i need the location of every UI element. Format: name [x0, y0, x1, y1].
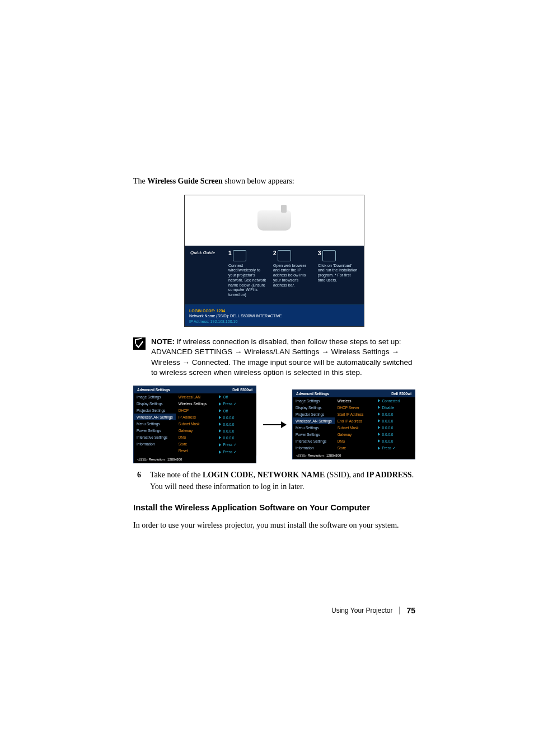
- menu-col-1: Image SettingsDisplay SettingsProjector …: [134, 393, 176, 456]
- menu-value: 0.0.0.0: [375, 411, 415, 417]
- menu-item: Power Settings: [293, 431, 335, 438]
- chevron-right-icon: [378, 419, 380, 422]
- laptop-wifi-icon: [233, 250, 246, 261]
- menu-item: Information: [293, 444, 335, 451]
- intro-line: The Wireless Guide Screen shown below ap…: [133, 176, 415, 187]
- note-text: NOTE: If wireless connection is disabled…: [151, 337, 415, 378]
- download-icon: [322, 250, 336, 261]
- menu-item: Information: [134, 440, 176, 447]
- menu-value: Press ✓: [216, 441, 256, 448]
- menu-title-right: Dell S500wi: [391, 392, 411, 396]
- menu-item: Wireless: [335, 397, 375, 404]
- menu-col-2: Wireless/LANWireless SettingsDHCPIP Addr…: [176, 393, 216, 456]
- step-text: Take note of the LOGIN CODE, NETWORK NAM…: [150, 469, 415, 492]
- menu-item: Menu Settings: [293, 424, 335, 431]
- menu-value: Off: [216, 393, 256, 400]
- menu-item: Wireless Settings: [176, 400, 216, 407]
- menu-item: Wireless/LAN Settings: [134, 414, 176, 420]
- note-icon: [133, 337, 146, 350]
- chevron-right-icon: [219, 395, 221, 398]
- menu-item: Store: [176, 440, 216, 447]
- intro-bold: Wireless Guide Screen: [147, 177, 223, 185]
- chevron-right-icon: [378, 399, 380, 402]
- ssid-line: Network Name (SSID): DELL S500WI INTERAC…: [189, 313, 359, 318]
- guide-login-footer: LOGIN CODE: 1234 Network Name (SSID): DE…: [185, 304, 364, 326]
- menu-item: DHCP Server: [335, 404, 375, 411]
- chevron-right-icon: [219, 436, 221, 439]
- page-footer: Using Your Projector 75: [331, 606, 415, 615]
- quick-guide-step-1: 1 Connect wired/wirelessly to your proje…: [228, 250, 269, 298]
- projector-icon: [257, 210, 291, 231]
- transition-arrow: [260, 420, 288, 430]
- menu-item: IP Address: [176, 414, 216, 420]
- menu-item: DNS: [335, 438, 375, 444]
- intro-after: shown below appears:: [223, 177, 294, 185]
- menu-col-3: OffPress ✓Off0.0.0.00.0.0.00.0.0.00.0.0.…: [216, 393, 256, 456]
- menu-item: Store: [335, 444, 375, 451]
- advanced-settings-menu-right: Advanced Settings Dell S500wi Image Sett…: [292, 389, 415, 459]
- menu-title-left: Advanced Settings: [296, 392, 329, 396]
- menu-item: Gateway: [176, 427, 216, 434]
- menu-value: Connected: [375, 397, 415, 404]
- menu-item: Display Settings: [293, 404, 335, 411]
- menu-value: Press ✓: [216, 400, 256, 407]
- note-block: NOTE: If wireless connection is disabled…: [133, 337, 415, 378]
- menu-item: Reset: [176, 447, 216, 454]
- chevron-right-icon: [378, 433, 380, 436]
- advanced-settings-menu-left: Advanced Settings Dell S500wi Image Sett…: [133, 386, 256, 463]
- login-code-label: LOGIN CODE:: [189, 309, 217, 313]
- menu-value: 0.0.0.0: [375, 424, 415, 431]
- section-paragraph: In order to use your wireless projector,…: [133, 520, 415, 531]
- browser-icon: [278, 250, 291, 261]
- footer-section: Using Your Projector: [331, 607, 392, 614]
- chevron-right-icon: [219, 443, 221, 447]
- menu-value: Off: [216, 407, 256, 414]
- menu-item: Subnet Mask: [176, 420, 216, 427]
- chevron-right-icon: [378, 447, 380, 450]
- menu-item: Interactive Settings: [134, 434, 176, 440]
- menu-item: Interactive Settings: [293, 438, 335, 444]
- ip-line: IP Address: 192.168.100.10: [189, 319, 359, 324]
- menu-item: Image Settings: [293, 397, 335, 404]
- quick-guide-step-3: 3 Click on 'Download' and run the instal…: [318, 250, 358, 298]
- menu-value: 0.0.0.0: [216, 421, 256, 428]
- projector-illustration: [185, 195, 364, 246]
- chevron-right-icon: [378, 426, 380, 429]
- menu-item: DHCP: [176, 407, 216, 414]
- step-6: 6 Take note of the LOGIN CODE, NETWORK N…: [133, 469, 415, 492]
- footer-separator: [399, 607, 400, 614]
- quick-guide-row: Quick Guide 1 Connect wired/wirelessly t…: [185, 246, 364, 304]
- step-text: Connect wired/wirelessly to your project…: [228, 264, 269, 298]
- svg-marker-1: [281, 421, 287, 428]
- menu-body: Image SettingsDisplay SettingsProjector …: [134, 393, 256, 456]
- chevron-right-icon: [219, 429, 221, 433]
- menu-item: End IP Address: [335, 417, 375, 424]
- menu-header: Advanced Settings Dell S500wi: [293, 390, 415, 397]
- menu-value: Press ✓: [375, 444, 415, 452]
- chevron-right-icon: [219, 409, 221, 412]
- menu-header: Advanced Settings Dell S500wi: [134, 386, 256, 393]
- menu-item: Power Settings: [134, 427, 176, 434]
- menu-value: 0.0.0.0: [375, 431, 415, 438]
- menu-footer: ◁▯▯▯▷ Resolution : 1280x800: [134, 456, 256, 463]
- menu-item: Start IP Address: [335, 411, 375, 417]
- menu-footer: ◁▯▯▯▷ Resolution : 1280x800: [293, 452, 415, 459]
- step-number: 1: [228, 250, 232, 256]
- menu-value: 0.0.0.0: [375, 438, 415, 444]
- arrow-right-icon: [262, 420, 287, 430]
- step-text: Click on 'Download' and run the installa…: [318, 264, 358, 283]
- menu-value: 0.0.0.0: [216, 414, 256, 421]
- login-code-value: 1234: [217, 309, 226, 313]
- menu-item: Projector Settings: [134, 407, 176, 414]
- quick-guide-label: Quick Guide: [190, 250, 224, 298]
- quick-guide-step-2: 2 Open web browser and enter the IP addr…: [273, 250, 313, 298]
- menu-col-1: Image SettingsDisplay SettingsProjector …: [293, 397, 335, 452]
- step-number: 3: [318, 250, 321, 256]
- chevron-right-icon: [378, 412, 380, 416]
- chevron-right-icon: [378, 406, 380, 409]
- chevron-right-icon: [219, 402, 221, 406]
- wireless-guide-screenshot: Quick Guide 1 Connect wired/wirelessly t…: [184, 195, 364, 327]
- note-label: NOTE:: [151, 337, 175, 346]
- menu-item: Display Settings: [134, 400, 176, 407]
- step-number: 6: [133, 469, 141, 492]
